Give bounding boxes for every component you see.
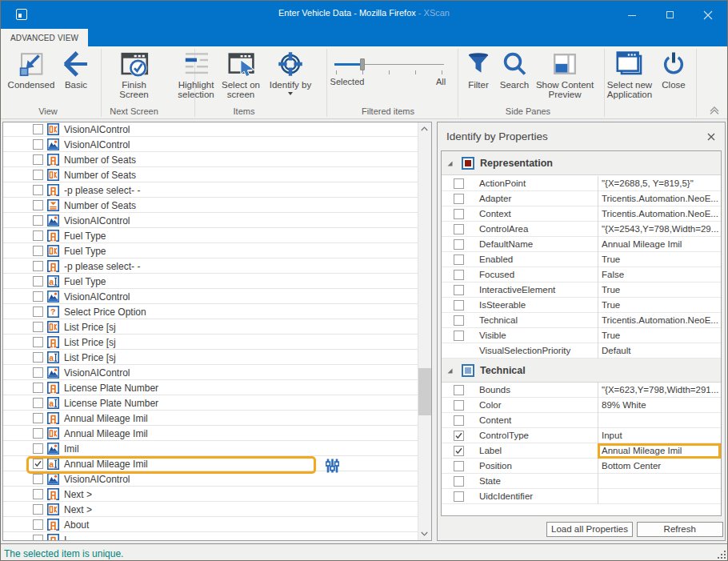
svg-text:a: a — [49, 399, 54, 408]
svg-text:a: a — [49, 353, 54, 363]
svg-text:a: a — [49, 277, 54, 287]
svg-text:?: ? — [50, 308, 56, 318]
